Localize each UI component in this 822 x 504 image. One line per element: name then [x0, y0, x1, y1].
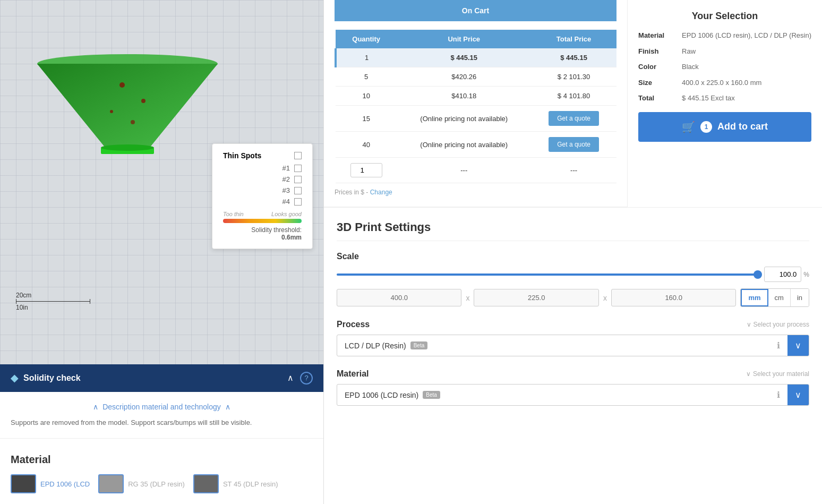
change-currency-link[interactable]: Change	[370, 189, 392, 196]
unit-custom: ---	[397, 158, 531, 183]
material-dropdown: EPD 1006 (LCD resin) Beta ℹ ∨	[337, 384, 809, 406]
selection-color-label: Color	[638, 62, 675, 72]
process-dropdown: LCD / DLP (Resin) Beta ℹ ∨	[337, 335, 809, 356]
process-label: Process	[337, 320, 370, 329]
too-thin-label: Too thin	[223, 211, 244, 217]
process-dropdown-button[interactable]: ∨	[787, 335, 809, 356]
unit-btn-in[interactable]: in	[791, 289, 809, 306]
dim-x-input[interactable]	[337, 289, 461, 306]
pricing-row-15[interactable]: 15 (Online pricing not available) Get a …	[336, 106, 617, 132]
help-icon[interactable]: ?	[300, 372, 313, 385]
selection-color-row: Color Black	[638, 62, 811, 72]
pricing-table-header: Quantity Unit Price Total Price	[336, 30, 617, 48]
material-option-st45[interactable]: ST 45 (DLP resin)	[193, 474, 278, 493]
dim-separator-2: x	[603, 294, 607, 302]
pricing-row-10[interactable]: 10 $410.18 $ 4 101.80	[336, 87, 617, 106]
selection-finish-value: Raw	[682, 46, 696, 57]
col-quantity: Quantity	[336, 30, 397, 48]
svg-marker-2	[37, 64, 218, 149]
col-total-price: Total Price	[531, 30, 617, 48]
settings-section: 3D Print Settings Scale % x x	[324, 208, 822, 418]
material-beta-badge: Beta	[423, 391, 440, 399]
total-5: $ 2 101.30	[531, 67, 617, 87]
get-quote-button-15[interactable]: Get a quote	[549, 111, 599, 126]
material-options: EPD 1006 (LCD RG 35 (DLP resin) ST 45 (D…	[11, 474, 313, 493]
process-value: LCD / DLP (Resin)	[345, 341, 406, 350]
solidity-threshold: Solidity threshold: 0.6mm	[223, 226, 302, 241]
thin-spot-2-checkbox[interactable]	[294, 176, 302, 183]
on-cart-button[interactable]: On Cart	[335, 0, 617, 21]
quote-40: Get a quote	[531, 132, 617, 158]
process-hint: ∨ Select your process	[747, 321, 809, 328]
col-unit-price: Unit Price	[397, 30, 531, 48]
settings-title: 3D Print Settings	[337, 220, 809, 241]
material-title: Material	[11, 454, 313, 466]
unit-btn-cm[interactable]: cm	[768, 289, 791, 306]
qty-5: 5	[336, 67, 397, 87]
qty-40: 40	[336, 132, 397, 158]
material-option-epd[interactable]: EPD 1006 (LCD	[11, 474, 90, 493]
thin-spot-3: #3	[223, 186, 302, 194]
svg-point-6	[131, 120, 135, 124]
add-to-cart-label: Add to cart	[717, 121, 768, 132]
your-selection: Your Selection Material EPD 1006 (LCD re…	[627, 0, 822, 207]
pricing-table: Quantity Unit Price Total Price 1 $ 445.…	[335, 30, 617, 183]
unit-btn-mm[interactable]: mm	[741, 289, 768, 306]
thin-spot-1-checkbox[interactable]	[294, 165, 302, 172]
looks-good-label: Looks good	[271, 211, 302, 217]
description-label: Description material and technology	[102, 403, 221, 411]
material-option-label-rg35: RG 35 (DLP resin)	[128, 480, 185, 488]
your-selection-title: Your Selection	[638, 11, 811, 22]
scale-slider-track[interactable]	[337, 274, 758, 276]
material-dropdown-text: EPD 1006 (LCD resin) Beta ℹ	[337, 385, 787, 405]
desc-chevron-left: ∧	[93, 403, 98, 411]
scale-value-box: %	[764, 267, 809, 282]
material-group: Material ∨ Select your material EPD 1006…	[337, 369, 809, 406]
process-group: Process ∨ Select your process LCD / DLP …	[337, 320, 809, 356]
thin-spot-4-checkbox[interactable]	[294, 198, 302, 206]
3d-model	[21, 32, 234, 181]
thin-spot-3-checkbox[interactable]	[294, 187, 302, 194]
pricing-section: On Cart Quantity Unit Price Total Price …	[324, 0, 627, 207]
thin-spot-2: #2	[223, 175, 302, 183]
pricing-row-1[interactable]: 1 $ 445.15 $ 445.15	[336, 48, 617, 67]
qty-10: 10	[336, 87, 397, 106]
svg-point-5	[110, 110, 113, 113]
dimensions-row: x x mm cm in	[337, 288, 809, 307]
online-not-available-40: (Online pricing not available)	[397, 132, 531, 158]
pricing-row-40[interactable]: 40 (Online pricing not available) Get a …	[336, 132, 617, 158]
process-dropdown-text: LCD / DLP (Resin) Beta ℹ	[337, 335, 787, 356]
right-panel: On Cart Quantity Unit Price Total Price …	[324, 0, 822, 504]
qty-15: 15	[336, 106, 397, 132]
selection-color-value: Black	[682, 62, 699, 72]
material-info-icon[interactable]: ℹ	[777, 390, 780, 400]
process-beta-badge: Beta	[410, 341, 428, 349]
dim-y-input[interactable]	[474, 289, 598, 306]
chevron-down-material-icon: ∨	[746, 370, 751, 378]
process-info-icon[interactable]: ℹ	[777, 340, 780, 351]
material-dropdown-button[interactable]: ∨	[787, 385, 809, 405]
description-section: ∧ Description material and technology ∧ …	[0, 392, 323, 439]
custom-qty-input[interactable]	[350, 163, 382, 177]
description-title-toggle[interactable]: ∧ Description material and technology ∧	[11, 403, 313, 411]
scale-value-input[interactable]	[764, 267, 801, 282]
scale-slider-thumb[interactable]	[754, 270, 762, 279]
selection-size-row: Size 400.0 x 225.0 x 160.0 mm	[638, 78, 811, 88]
solidity-check-label: Solidity check	[23, 373, 81, 383]
desc-chevron-right: ∧	[225, 403, 230, 411]
material-option-label-epd: EPD 1006 (LCD	[40, 480, 90, 488]
selection-size-label: Size	[638, 78, 675, 88]
get-quote-button-40[interactable]: Get a quote	[549, 137, 599, 152]
selection-finish-label: Finish	[638, 46, 675, 57]
dim-z-input[interactable]	[611, 289, 736, 306]
selection-total-value: $ 445.15 Excl tax	[682, 93, 735, 104]
material-option-rg35[interactable]: RG 35 (DLP resin)	[98, 474, 185, 493]
pricing-row-5[interactable]: 5 $420.26 $ 2 101.30	[336, 67, 617, 87]
pricing-row-custom: --- ---	[336, 158, 617, 183]
diamond-icon: ◆	[11, 372, 18, 384]
thin-spots-checkbox[interactable]	[294, 152, 302, 159]
solidity-check-bar[interactable]: ◆ Solidity check ∧ ?	[0, 364, 323, 392]
total-10: $ 4 101.80	[531, 87, 617, 106]
add-to-cart-button[interactable]: 🛒 1 Add to cart	[638, 112, 811, 142]
unit-10: $410.18	[397, 87, 531, 106]
